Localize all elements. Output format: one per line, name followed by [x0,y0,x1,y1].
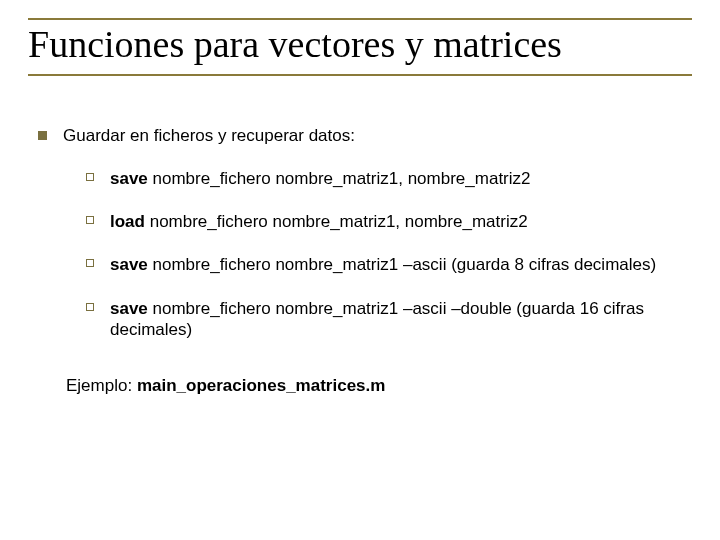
slide-title: Funciones para vectores y matrices [28,24,692,66]
bullet-level2: save nombre_fichero nombre_matriz1 –asci… [86,298,692,341]
bullet-level1: Guardar en ficheros y recuperar datos: [38,126,692,146]
bullet-level2: save nombre_fichero nombre_matriz1 –asci… [86,254,692,275]
open-square-bullet-icon [86,303,94,311]
open-square-bullet-icon [86,216,94,224]
item-text: save nombre_fichero nombre_matriz1 –asci… [110,298,692,341]
item-text: save nombre_fichero nombre_matriz1, nomb… [110,168,692,189]
command-args: nombre_fichero nombre_matriz1 –ascii (gu… [148,255,656,274]
square-bullet-icon [38,131,47,140]
command-keyword: load [110,212,145,231]
command-keyword: save [110,169,148,188]
slide: Funciones para vectores y matrices Guard… [0,0,720,540]
bullet-level2: load nombre_fichero nombre_matriz1, nomb… [86,211,692,232]
bullet-level2: save nombre_fichero nombre_matriz1, nomb… [86,168,692,189]
example-label: Ejemplo: [66,376,137,395]
command-args: nombre_fichero nombre_matriz1 –ascii –do… [110,299,644,339]
item-text: save nombre_fichero nombre_matriz1 –asci… [110,254,692,275]
command-keyword: save [110,299,148,318]
command-args: nombre_fichero nombre_matriz1, nombre_ma… [145,212,528,231]
item-text: load nombre_fichero nombre_matriz1, nomb… [110,211,692,232]
example-filename: main_operaciones_matrices.m [137,376,386,395]
command-keyword: save [110,255,148,274]
open-square-bullet-icon [86,259,94,267]
command-args: nombre_fichero nombre_matriz1, nombre_ma… [148,169,531,188]
example-line: Ejemplo: main_operaciones_matrices.m [66,376,692,396]
title-rule-box: Funciones para vectores y matrices [28,18,692,76]
open-square-bullet-icon [86,173,94,181]
intro-text: Guardar en ficheros y recuperar datos: [63,126,692,146]
